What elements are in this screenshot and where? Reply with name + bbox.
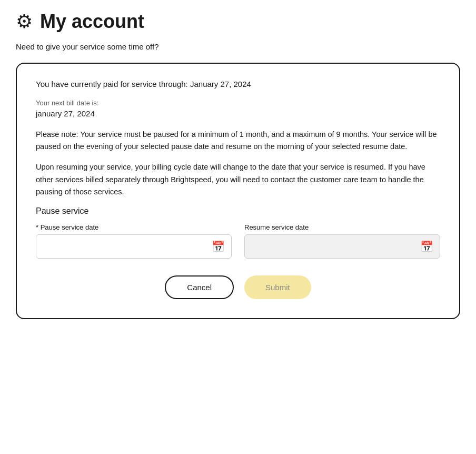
submit-button[interactable]: Submit xyxy=(244,275,311,299)
resume-date-input-wrapper[interactable]: 📅 xyxy=(244,234,440,259)
next-bill-label: Your next bill date is: xyxy=(36,99,440,107)
resume-calendar-icon[interactable]: 📅 xyxy=(420,240,433,253)
pause-calendar-icon[interactable]: 📅 xyxy=(212,240,225,253)
page-header: ⚙ My account xyxy=(16,11,460,33)
resume-date-group: Resume service date 📅 xyxy=(244,223,440,259)
pause-date-label: Pause service date xyxy=(36,223,232,231)
date-fields-row: Pause service date 📅 Resume service date… xyxy=(36,223,440,259)
pause-date-input-wrapper[interactable]: 📅 xyxy=(36,234,232,259)
note-text-2: Upon resuming your service, your billing… xyxy=(36,161,440,198)
subtitle: Need to give your service some time off? xyxy=(16,42,460,51)
resume-date-label: Resume service date xyxy=(244,223,440,231)
buttons-row: Cancel Submit xyxy=(36,275,440,299)
cancel-button[interactable]: Cancel xyxy=(165,275,234,299)
resume-date-input[interactable] xyxy=(251,242,420,251)
pause-service-card: You have currently paid for service thro… xyxy=(16,63,460,319)
pause-date-input[interactable] xyxy=(43,242,212,251)
next-bill-date: january 27, 2024 xyxy=(36,109,440,118)
service-through-text: You have currently paid for service thro… xyxy=(36,80,440,88)
pause-date-group: Pause service date 📅 xyxy=(36,223,232,259)
note-text-1: Please note: Your service must be paused… xyxy=(36,129,440,153)
pause-section-title: Pause service xyxy=(36,206,440,216)
gear-icon: ⚙ xyxy=(16,11,33,33)
page-title: My account xyxy=(40,11,144,33)
